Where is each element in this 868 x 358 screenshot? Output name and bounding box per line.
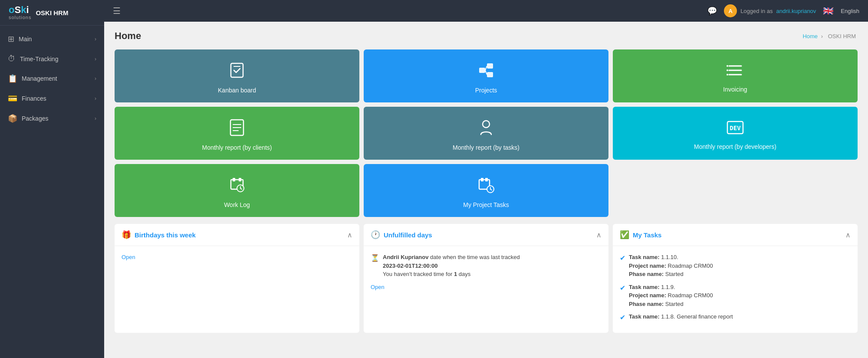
unfulfilled-date-label-text: date when the time was last tracked <box>430 254 520 260</box>
hamburger-icon[interactable]: ☰ <box>113 6 121 16</box>
widget-my-tasks: ✅ My Tasks ∧ ✔ Task name: 1.1.10. Projec… <box>613 224 858 333</box>
monthly-dev-icon: DEV <box>726 120 745 139</box>
task-check-icon-2: ✔ <box>620 284 625 292</box>
unfulfilled-days-unit: days <box>459 271 470 277</box>
header-left: ☰ <box>113 6 121 16</box>
finances-icon: 💳 <box>8 94 17 103</box>
unfulfilled-msg: You haven't tracked time for <box>383 271 452 277</box>
svg-rect-21 <box>233 178 235 181</box>
unfulfilled-user: Andrii Kuprianov <box>383 254 428 260</box>
sidebar-item-management[interactable]: 📋 Management › <box>0 69 104 89</box>
breadcrumb-separator: › <box>821 33 823 39</box>
breadcrumb: Home › OSKI HRM <box>802 33 858 39</box>
tasks-icon: ✅ <box>620 230 629 240</box>
sidebar-item-time-tracking[interactable]: ⏱ Time-Tracking › <box>0 49 104 69</box>
logo: oSki solutions <box>9 5 31 20</box>
app-name: OSKI HRM <box>36 9 68 16</box>
svg-line-5 <box>485 66 487 70</box>
breadcrumb-home[interactable]: Home <box>802 33 818 39</box>
sidebar-item-packages[interactable]: 📦 Packages › <box>0 108 104 128</box>
invoicing-label: Invoicing <box>723 86 747 93</box>
monthly-tasks-icon <box>478 119 494 140</box>
logo-solutions: solutions <box>9 15 31 20</box>
invoicing-icon <box>727 62 744 82</box>
tile-monthly-tasks[interactable]: Monthly report (by tasks) <box>364 107 608 160</box>
tile-monthly-clients[interactable]: Monthly report (by clients) <box>115 107 359 160</box>
birthdays-collapse-button[interactable]: ∧ <box>347 231 352 239</box>
task-text-1: Task name: 1.1.10. Project name: Roadmap… <box>629 253 713 279</box>
sidebar-label-finances: Finances <box>22 95 46 102</box>
birthdays-title: 🎁 Birthdays this week <box>122 230 196 240</box>
sidebar-label-management: Management <box>22 75 57 82</box>
my-tasks-body: ✔ Task name: 1.1.10. Project name: Roadm… <box>613 246 858 333</box>
unfulfilled-days: 1 <box>454 271 459 277</box>
sidebar: oSki solutions OSKI HRM ⊞ Main › ⏱ Time-… <box>0 0 104 358</box>
projects-label: Projects <box>475 87 497 94</box>
svg-rect-27 <box>481 178 483 181</box>
unfulfilled-open-link[interactable]: Open <box>371 284 385 290</box>
user-info: A Logged in as andrii.kuprianov <box>724 4 816 17</box>
birthdays-body: Open <box>115 246 359 268</box>
unfulfilled-body: ⏳ Andrii Kuprianov date when the time wa… <box>364 246 608 298</box>
clock-icon: 🕐 <box>371 230 380 240</box>
my-tasks-collapse-button[interactable]: ∧ <box>845 231 851 239</box>
birthdays-open-link[interactable]: Open <box>122 254 135 260</box>
tile-projects[interactable]: Projects <box>364 49 608 102</box>
gift-icon: 🎁 <box>122 230 131 240</box>
empty-tile <box>613 164 858 217</box>
my-tasks-header: ✅ My Tasks ∧ <box>613 224 858 246</box>
svg-line-6 <box>485 70 487 75</box>
unfulfilled-text: Andrii Kuprianov date when the time was … <box>383 253 520 279</box>
chat-icon[interactable]: 💬 <box>707 6 717 16</box>
svg-rect-2 <box>479 68 485 73</box>
kanban-label: Kanban board <box>218 87 256 94</box>
sidebar-nav: ⊞ Main › ⏱ Time-Tracking › 📋 Management … <box>0 26 104 358</box>
svg-rect-22 <box>239 178 241 181</box>
sidebar-item-finances[interactable]: 💳 Finances › <box>0 89 104 108</box>
chevron-icon-5: › <box>95 115 96 122</box>
tile-work-log[interactable]: Work Log <box>115 164 359 217</box>
work-log-label: Work Log <box>224 201 250 208</box>
sidebar-label-main: Main <box>19 36 32 43</box>
logged-in-label: Logged in as <box>740 8 773 14</box>
svg-rect-4 <box>487 72 493 77</box>
tiles-grid: Kanban board Projects <box>115 49 858 217</box>
unfulfilled-collapse-button[interactable]: ∧ <box>596 231 602 239</box>
svg-rect-28 <box>485 178 488 181</box>
task-item-1: ✔ Task name: 1.1.10. Project name: Roadm… <box>620 253 851 279</box>
task-text-2: Task name: 1.1.9. Project name: Roadmap … <box>629 283 713 309</box>
main-area: ☰ 💬 A Logged in as andrii.kuprianov 🇬🇧 E… <box>104 0 868 358</box>
avatar: A <box>724 4 737 17</box>
page-header: Home Home › OSKI HRM <box>115 30 858 42</box>
task-item-2: ✔ Task name: 1.1.9. Project name: Roadma… <box>620 283 851 309</box>
tile-monthly-dev[interactable]: DEV Monthly report (by developers) <box>613 107 858 160</box>
my-tasks-title: ✅ My Tasks <box>620 230 661 240</box>
main-icon: ⊞ <box>8 34 14 44</box>
username: andrii.kuprianov <box>776 8 816 14</box>
monthly-dev-label: Monthly report (by developers) <box>694 143 776 150</box>
tile-my-project-tasks[interactable]: My Project Tasks <box>364 164 608 217</box>
kanban-icon <box>228 62 246 82</box>
birthdays-header: 🎁 Birthdays this week ∧ <box>115 224 359 246</box>
widget-unfulfilled: 🕐 Unfulfilled days ∧ ⏳ Andrii Kuprianov … <box>364 224 608 333</box>
breadcrumb-app: OSKI HRM <box>828 33 856 39</box>
monthly-tasks-label: Monthly report (by tasks) <box>453 144 519 151</box>
main-content: Home Home › OSKI HRM Kanban board <box>104 22 868 358</box>
packages-icon: 📦 <box>8 114 17 123</box>
my-project-tasks-label: My Project Tasks <box>463 201 509 208</box>
time-tracking-icon: ⏱ <box>8 54 16 63</box>
projects-icon <box>477 62 495 82</box>
svg-point-17 <box>483 121 490 128</box>
top-header: ☰ 💬 A Logged in as andrii.kuprianov 🇬🇧 E… <box>104 0 868 22</box>
sidebar-item-main[interactable]: ⊞ Main › <box>0 29 104 49</box>
tile-kanban[interactable]: Kanban board <box>115 49 359 102</box>
flag-icon: 🇬🇧 <box>823 6 834 16</box>
task-check-icon-3: ✔ <box>620 313 625 322</box>
svg-rect-0 <box>231 63 243 77</box>
header-right: 💬 A Logged in as andrii.kuprianov 🇬🇧 Eng… <box>707 4 859 17</box>
language-label[interactable]: English <box>841 8 859 14</box>
monthly-clients-icon <box>229 119 245 140</box>
tile-invoicing[interactable]: Invoicing <box>613 49 858 102</box>
birthdays-title-text: Birthdays this week <box>135 231 196 239</box>
unfulfilled-header: 🕐 Unfulfilled days ∧ <box>364 224 608 246</box>
